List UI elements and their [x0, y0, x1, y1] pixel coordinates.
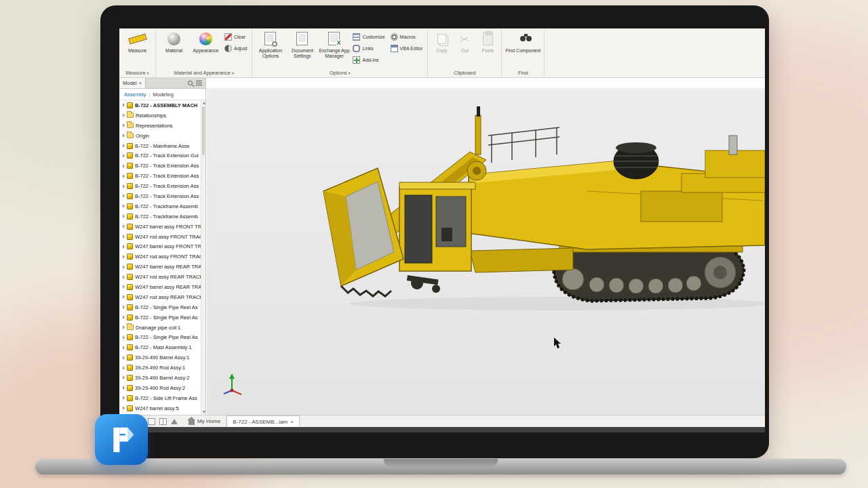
expand-chevron-icon[interactable]	[123, 154, 125, 158]
expand-chevron-icon[interactable]	[123, 285, 125, 289]
machine-3d-model[interactable]	[207, 88, 765, 415]
tree-item[interactable]: B-722 - Track Extension Ass	[119, 181, 201, 191]
cut-button[interactable]: ✂ Cut	[453, 28, 476, 68]
tree-item[interactable]: 39-29-490 Barrel Assy:1	[119, 352, 201, 363]
close-document-icon[interactable]	[290, 419, 294, 425]
copy-button[interactable]: Copy	[430, 28, 453, 68]
links-button[interactable]: Links	[350, 43, 387, 54]
macros-button[interactable]: Macros	[388, 31, 426, 43]
vba-editor-button[interactable]: VBA Editor	[388, 43, 426, 54]
tree-item[interactable]: B-722 - Trackframe Assemb	[119, 201, 201, 211]
tree-item[interactable]: B-722 - Track Extension Gui	[119, 150, 201, 161]
horizontal-split-icon[interactable]	[148, 418, 155, 425]
tree-item[interactable]: 39-29-490 Rod Assy:1	[119, 363, 201, 373]
adjust-button[interactable]: Adjust	[222, 43, 250, 54]
tree-item[interactable]: W247 barrel assy REAR TRA	[119, 262, 201, 272]
expand-chevron-icon[interactable]	[123, 113, 125, 117]
tree-item[interactable]: W247 barrel assy FRONT TR	[119, 241, 201, 251]
tree-item[interactable]: B-722 - Mast Assembly:1	[119, 342, 201, 352]
tree-item[interactable]: B-722 - Track Extension Ass	[119, 191, 201, 201]
expand-chevron-icon[interactable]	[123, 123, 125, 127]
paste-button[interactable]: Paste	[476, 28, 499, 68]
model-panel-tab[interactable]: Model	[119, 78, 146, 88]
expand-chevron-icon[interactable]	[123, 164, 125, 168]
expand-chevron-icon[interactable]	[123, 315, 125, 319]
expand-chevron-icon[interactable]	[123, 255, 125, 259]
expand-chevron-icon[interactable]	[123, 134, 125, 138]
customize-button[interactable]: Customize	[350, 31, 387, 43]
tree-item[interactable]: B-722 - Side Lift Frame Ass	[119, 393, 201, 403]
exchange-app-manager-button[interactable]: Exchange App Manager	[318, 28, 350, 68]
expand-chevron-icon[interactable]	[123, 103, 125, 107]
expand-chevron-icon[interactable]	[123, 194, 125, 198]
tab-assembly[interactable]: Assembly	[124, 92, 146, 98]
scroll-down-icon[interactable]	[203, 411, 205, 413]
expand-chevron-icon[interactable]	[123, 396, 125, 400]
expand-chevron-icon[interactable]	[123, 406, 125, 410]
panel-menu-icon[interactable]	[196, 81, 202, 85]
tree-item[interactable]: 39-29-490 Rod Assy:2	[119, 383, 201, 393]
expand-chevron-icon[interactable]	[123, 224, 125, 228]
expand-chevron-icon[interactable]	[123, 235, 125, 239]
tree-item[interactable]: W247 rod assy FRONT TRAC	[119, 251, 201, 262]
tree-item[interactable]: W247 barrel assy:5	[119, 403, 201, 413]
tree-item[interactable]: B-722 - Track Extension Ass	[119, 161, 201, 171]
expand-chevron-icon[interactable]	[123, 295, 125, 299]
expand-chevron-icon[interactable]	[123, 305, 125, 309]
measure-button[interactable]: Measure	[121, 28, 153, 68]
expand-up-icon[interactable]	[171, 419, 178, 424]
expand-chevron-icon[interactable]	[123, 356, 125, 360]
expand-chevron-icon[interactable]	[123, 275, 125, 279]
expand-chevron-icon[interactable]	[123, 346, 125, 350]
expand-chevron-icon[interactable]	[123, 144, 125, 148]
tree-item[interactable]: Origin	[119, 131, 201, 141]
expand-chevron-icon[interactable]	[123, 174, 125, 178]
3d-viewport[interactable]	[207, 88, 765, 415]
search-icon[interactable]	[188, 81, 193, 85]
expand-chevron-icon[interactable]	[123, 265, 125, 269]
material-button[interactable]: Material	[158, 28, 190, 68]
tree-item[interactable]: W247 rod assy REAR TRACK	[119, 272, 201, 282]
tree-item[interactable]: B-722 - Single Pipe Reel As	[119, 302, 201, 312]
options-group-label[interactable]: Options	[254, 68, 425, 77]
tree-item[interactable]: B-722 - Track Extension Ass	[119, 171, 201, 181]
tree-item[interactable]: W247 barrel assy FRONT TR	[119, 222, 201, 232]
expand-chevron-icon[interactable]	[123, 366, 125, 370]
tab-modeling[interactable]: Modeling	[153, 92, 173, 98]
expand-chevron-icon[interactable]	[123, 214, 125, 218]
document-settings-button[interactable]: Document Settings	[286, 28, 318, 68]
expand-chevron-icon[interactable]	[123, 375, 125, 380]
close-panel-icon[interactable]	[138, 80, 142, 86]
tree-item[interactable]: W247 rod assy REAR TRACK	[119, 292, 201, 302]
tree-item[interactable]: Drainage pipe coil:1	[119, 323, 201, 333]
application-options-button[interactable]: Application Options	[254, 28, 286, 68]
tree-item[interactable]: Relationships	[119, 110, 201, 121]
my-home-tab[interactable]: My Home	[183, 415, 226, 427]
scroll-up-icon[interactable]	[203, 102, 205, 104]
measure-group-label[interactable]: Measure	[121, 68, 153, 77]
tree-item[interactable]: B-722 - Mainframe Asse	[119, 141, 201, 151]
tree-item[interactable]: W247 rod assy FRONT TRAC	[119, 232, 201, 242]
tree-item[interactable]: B-722 - Single Pipe Reel As	[119, 332, 201, 342]
document-tab[interactable]: B-722 - ASSEMB...iam	[226, 415, 300, 427]
clear-button[interactable]: Clear	[222, 31, 250, 43]
tree-item[interactable]: Representations	[119, 121, 201, 131]
add-ins-button[interactable]: Add-Ins	[350, 54, 387, 66]
tree-scrollbar[interactable]	[201, 100, 205, 415]
expand-chevron-icon[interactable]	[123, 325, 125, 329]
appearance-button[interactable]: Appearance	[190, 28, 222, 68]
material-appearance-group-label[interactable]: Material and Appearance	[158, 68, 250, 77]
scrollbar-thumb[interactable]	[202, 106, 205, 155]
find-component-button[interactable]: Find Component	[504, 28, 542, 68]
expand-chevron-icon[interactable]	[123, 386, 125, 390]
tree-item[interactable]: B-722 - Single Pipe Reel As	[119, 312, 201, 323]
tree-item[interactable]: B-722 - Trackframe Assemb	[119, 211, 201, 222]
tree-item[interactable]: W247 barrel assy REAR TRA	[119, 282, 201, 292]
expand-chevron-icon[interactable]	[123, 336, 125, 340]
expand-chevron-icon[interactable]	[123, 204, 125, 208]
expand-chevron-icon[interactable]	[123, 245, 125, 249]
vertical-split-icon[interactable]	[159, 418, 167, 425]
expand-chevron-icon[interactable]	[123, 184, 125, 188]
tree-item[interactable]: 39-29-490 Barrel Assy:2	[119, 373, 201, 383]
tree-item[interactable]: B-722 - ASSEMBLY MACH	[119, 100, 201, 110]
